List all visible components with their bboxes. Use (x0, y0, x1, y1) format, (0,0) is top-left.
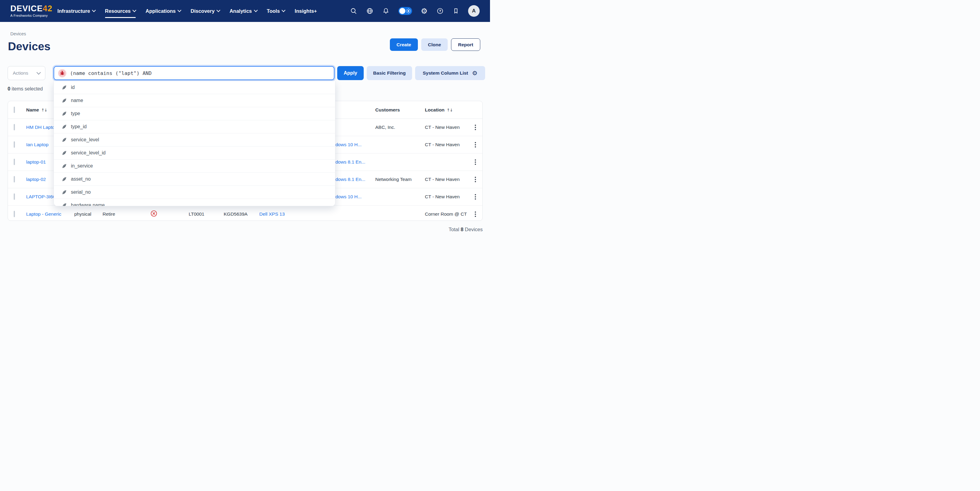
device42-app: DEVICE42 A Freshworks Company Infrastruc… (0, 0, 490, 246)
bug-icon (58, 69, 66, 77)
not-in-service-icon (150, 210, 158, 218)
device-name-link[interactable]: HM DH Lapto (26, 124, 55, 130)
create-button[interactable]: Create (390, 38, 418, 51)
row-menu-kebab-icon[interactable] (474, 158, 477, 166)
main-nav: Infrastructure Resources Applications Di… (57, 0, 317, 22)
filter-query-text: (name contains ("lapt") AND (70, 70, 151, 76)
total-count: 8 (461, 226, 463, 232)
actions-dropdown-label: Actions (13, 70, 28, 76)
actions-dropdown[interactable]: Actions (8, 66, 45, 80)
select-all-checkbox[interactable] (14, 107, 15, 113)
row-checkbox[interactable] (14, 176, 15, 182)
location-cell: CT - New Haven (425, 177, 460, 182)
bookmark-icon[interactable] (453, 8, 459, 14)
svg-text:?: ? (439, 9, 441, 13)
chevron-down-icon (177, 8, 181, 12)
filter-suggestion-service-level-id[interactable]: service_level_id (54, 147, 335, 159)
device-name-link[interactable]: Ian Laptop (26, 142, 48, 147)
nav-item-analytics[interactable]: Analytics (229, 0, 257, 22)
chevron-down-icon (37, 70, 41, 75)
globe-icon[interactable] (366, 7, 374, 14)
location-cell: CT - New Haven (425, 194, 460, 199)
page-title: Devices (8, 40, 51, 53)
toggle-knob (399, 8, 406, 14)
device-name-link[interactable]: Laptop - Generic (26, 211, 61, 217)
service-level-cell: Retire (103, 211, 115, 217)
user-avatar[interactable]: A (468, 5, 480, 17)
filter-suggestion-hardware-name[interactable]: hardware.name (54, 199, 335, 206)
search-icon[interactable] (350, 7, 357, 14)
column-header-location[interactable]: Location↑↓ (425, 107, 453, 113)
help-icon[interactable]: ? (436, 7, 444, 14)
serial-no-cell: KGD5639A (224, 211, 247, 217)
report-button[interactable]: Report (451, 38, 480, 51)
device-name-link[interactable]: laptop-02 (26, 177, 46, 182)
column-header-customers[interactable]: Customers (375, 107, 400, 113)
system-column-list-label: System Column List (423, 70, 468, 76)
row-checkbox[interactable] (14, 124, 15, 131)
filter-suggestion-type[interactable]: type (54, 107, 335, 120)
nav-item-infrastructure[interactable]: Infrastructure (57, 0, 95, 22)
location-cell: Corner Room @ CT (425, 211, 467, 217)
bell-icon[interactable] (382, 7, 390, 14)
os-link[interactable]: dows 8.1 En... (336, 159, 365, 165)
theme-toggle[interactable] (398, 7, 412, 15)
table-row: Laptop - Generic physical Retire LT0001 … (8, 206, 482, 223)
filter-suggestion-name[interactable]: name (54, 94, 335, 107)
row-checkbox[interactable] (14, 193, 15, 200)
row-menu-kebab-icon[interactable] (474, 175, 477, 183)
sort-icon[interactable]: ↑↓ (447, 108, 453, 112)
apply-button[interactable]: Apply (337, 66, 364, 80)
os-link[interactable]: dows 10 H... (336, 194, 361, 199)
os-link[interactable]: dows 8.1 En... (336, 177, 365, 182)
location-cell: CT - New Haven (425, 142, 460, 147)
filter-suggestion-type-id[interactable]: type_id (54, 120, 335, 134)
breadcrumb[interactable]: Devices (10, 31, 26, 36)
chevron-down-icon (282, 8, 285, 12)
device-name-link[interactable]: laptop-01 (26, 159, 46, 165)
row-checkbox[interactable] (14, 159, 15, 165)
filter-suggestions-dropdown: id name type type_id service_level servi… (54, 81, 336, 206)
filter-suggestion-asset-no[interactable]: asset_no (54, 173, 335, 186)
hardware-link[interactable]: Dell XPS 13 (259, 211, 285, 217)
row-menu-kebab-icon[interactable] (474, 141, 477, 149)
location-cell: CT - New Haven (425, 124, 460, 130)
customers-cell: Networking Team (375, 177, 412, 182)
nav-item-insights[interactable]: Insights+ (294, 0, 317, 22)
row-menu-kebab-icon[interactable] (474, 210, 477, 218)
os-link[interactable]: dows 10 H... (336, 142, 361, 147)
filter-suggestion-in-service[interactable]: in_service (54, 159, 335, 173)
device-name-link[interactable]: LAPTOP-3I66 (26, 194, 56, 199)
nav-item-applications[interactable]: Applications (145, 0, 181, 22)
row-menu-kebab-icon[interactable] (474, 193, 477, 201)
top-navbar: DEVICE42 A Freshworks Company Infrastruc… (0, 0, 490, 22)
customers-cell: ABC, Inc. (375, 124, 395, 130)
row-menu-kebab-icon[interactable] (474, 123, 477, 131)
chevron-down-icon (216, 8, 220, 12)
filter-suggestion-serial-no[interactable]: serial_no (54, 186, 335, 199)
row-checkbox[interactable] (14, 141, 15, 148)
device42-logo[interactable]: DEVICE42 A Freshworks Company (10, 5, 52, 18)
type-cell: physical (74, 211, 91, 217)
filter-suggestion-service-level[interactable]: service_level (54, 134, 335, 147)
chevron-down-icon (92, 8, 96, 12)
column-header-name[interactable]: Name↑↓ (26, 107, 47, 113)
clone-button[interactable]: Clone (421, 38, 448, 51)
sun-icon (406, 8, 411, 13)
basic-filtering-button[interactable]: Basic Filtering (367, 66, 412, 80)
nav-item-discovery[interactable]: Discovery (191, 0, 220, 22)
filter-query-input[interactable]: (name contains ("lapt") AND (54, 66, 334, 80)
logo-wordmark: DEVICE42 (10, 5, 52, 13)
asset-no-cell: LT0001 (189, 211, 204, 217)
chevron-down-icon (132, 8, 136, 12)
page-action-buttons: Create Clone Report (390, 38, 480, 51)
sort-icon[interactable]: ↑↓ (41, 108, 47, 112)
filter-suggestion-id[interactable]: id (54, 81, 335, 94)
gear-icon[interactable]: ⚙ (421, 7, 428, 15)
nav-item-tools[interactable]: Tools (267, 0, 285, 22)
row-checkbox[interactable] (14, 211, 15, 217)
navbar-actions: ⚙ ? A (350, 5, 480, 17)
selected-summary: 0 items selected (8, 86, 43, 92)
system-column-list-button[interactable]: System Column List ⚙ (415, 66, 485, 80)
nav-item-resources[interactable]: Resources (105, 0, 136, 22)
